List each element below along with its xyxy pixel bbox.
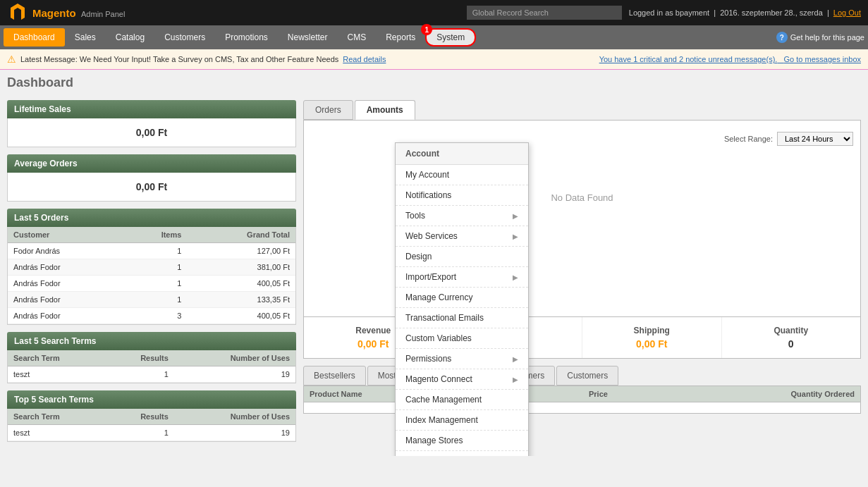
table-row: András Fodor1400,05 Ft <box>8 276 295 292</box>
nav-promotions[interactable]: Promotions <box>215 28 278 47</box>
order-total: 400,05 Ft <box>187 308 295 324</box>
lifetime-sales-section: Lifetime Sales 0,00 Ft <box>7 100 296 147</box>
nav-sales[interactable]: Sales <box>65 28 106 47</box>
bottom-table: Product Name Price Quantity Ordered <box>304 386 860 402</box>
logged-in-info: Logged in as bpayment | 2016. szeptember… <box>629 8 861 17</box>
messages-inbox-link[interactable]: You have 1 critical and 2 notice unread … <box>599 55 861 63</box>
read-details-link[interactable]: Read details <box>343 55 386 63</box>
main-content: Lifetime Sales 0,00 Ft Average Orders 0,… <box>0 93 868 456</box>
nav-customers[interactable]: Customers <box>154 28 215 47</box>
menu-import-export[interactable]: Import/Export ▶ <box>396 267 528 288</box>
shipping-label: Shipping <box>594 326 710 335</box>
global-search-input[interactable] <box>467 6 622 20</box>
svg-marker-0 <box>11 4 25 20</box>
logout-link[interactable]: Log Out <box>833 8 861 17</box>
order-customer: András Fodor <box>8 276 124 292</box>
top-bar: Magento Admin Panel Logged in as bpaymen… <box>0 0 868 25</box>
menu-tools[interactable]: Tools ▶ <box>396 206 528 226</box>
select-range-label: Select Range: <box>724 135 773 143</box>
table-row: András Fodor1133,35 Ft <box>8 292 295 308</box>
col-total: Grand Total <box>187 227 295 243</box>
manage-stores-label: Manage Stores <box>405 436 463 445</box>
notice-icon: ⚠ <box>7 54 16 65</box>
order-customer: Fodor András <box>8 243 124 259</box>
menu-my-account[interactable]: My Account <box>396 165 528 185</box>
table-row: András Fodor1381,00 Ft <box>8 259 295 276</box>
notice-bar: ⚠ Latest Message: We Need Your Input! Ta… <box>0 49 868 70</box>
table-row: András Fodor3400,05 Ft <box>8 308 295 324</box>
last-5-search-header: Last 5 Search Terms <box>7 332 296 350</box>
tools-label: Tools <box>405 211 425 221</box>
order-items: 3 <box>124 308 187 324</box>
top-5-search-body: Search Term Results Number of Uses teszt… <box>7 409 296 442</box>
system-label: System <box>436 32 465 42</box>
get-help-label: Get help for this page <box>790 33 864 42</box>
import-export-label: Import/Export <box>405 272 456 282</box>
menu-permissions[interactable]: Permissions ▶ <box>396 349 528 369</box>
menu-custom-variables[interactable]: Custom Variables <box>396 328 528 349</box>
manage-currency-label: Manage Currency <box>405 292 472 302</box>
nav-system[interactable]: 1 System <box>425 28 476 47</box>
order-items: 1 <box>124 259 187 276</box>
top-5-search-section: Top 5 Search Terms Search Term Results N… <box>7 390 296 442</box>
menu-design[interactable]: Design <box>396 247 528 267</box>
menu-order-statuses[interactable]: Order Statuses <box>396 451 528 456</box>
menu-manage-currency[interactable]: Manage Currency <box>396 288 528 308</box>
help-icon: ? <box>776 32 788 43</box>
permissions-label: Permissions <box>405 354 451 364</box>
search-uses: 19 <box>174 366 295 383</box>
step1-badge: 1 <box>421 24 432 35</box>
menu-web-services[interactable]: Web Services ▶ <box>396 226 528 247</box>
stats-row: Revenue 0,00 Ft Tax 0,00 Ft Shipping 0,0… <box>303 317 861 359</box>
magento-connect-arrow: ▶ <box>513 376 518 383</box>
average-orders-value: 0,00 Ft <box>7 173 296 202</box>
tab-bestsellers[interactable]: Bestsellers <box>303 366 366 386</box>
last-5-orders-table: Customer Items Grand Total Fodor András1… <box>8 227 295 324</box>
nav-reports[interactable]: Reports <box>376 28 425 47</box>
top-5-search-table: Search Term Results Number of Uses teszt… <box>8 409 295 441</box>
menu-transactional-emails[interactable]: Transactional Emails <box>396 308 528 328</box>
col-customer: Customer <box>8 227 124 243</box>
average-orders-section: Average Orders 0,00 Ft <box>7 154 296 202</box>
tools-arrow: ▶ <box>513 212 518 220</box>
nav-cms[interactable]: CMS <box>338 28 377 47</box>
account-section-header: Account <box>396 143 528 165</box>
tab-amounts[interactable]: Amounts <box>355 100 415 120</box>
menu-notifications[interactable]: Notifications <box>396 185 528 206</box>
order-customer: András Fodor <box>8 259 124 276</box>
nav-newsletter[interactable]: Newsletter <box>278 28 338 47</box>
col-items: Items <box>124 227 187 243</box>
search-results: 1 <box>106 366 174 383</box>
tab-orders[interactable]: Orders <box>303 100 353 120</box>
index-management-label: Index Management <box>405 415 478 425</box>
design-label: Design <box>405 252 432 261</box>
top-search-results: 1 <box>106 425 174 441</box>
tab-customers[interactable]: Customers <box>556 366 618 386</box>
goto-messages-link[interactable]: Go to messages inbox <box>784 55 861 63</box>
menu-index-management[interactable]: Index Management <box>396 410 528 431</box>
nav-dashboard[interactable]: Dashboard <box>4 28 65 47</box>
last-5-search-table: Search Term Results Number of Uses teszt… <box>8 350 295 383</box>
notifications-label: Notifications <box>405 190 451 200</box>
chart-controls: Select Range: Last 24 Hours Last 7 Days … <box>311 128 853 150</box>
menu-manage-stores[interactable]: Manage Stores <box>396 431 528 451</box>
bottom-tabs-bar: Bestsellers Most Viewed Products New Cus… <box>303 366 861 386</box>
nav-catalog[interactable]: Catalog <box>106 28 154 47</box>
right-panel: Orders Amounts Select Range: Last 24 Hou… <box>303 100 861 449</box>
system-dropdown-menu: Account My Account Notifications Tools ▶… <box>395 142 529 456</box>
chart-area: Select Range: Last 24 Hours Last 7 Days … <box>303 120 861 317</box>
menu-cache-management[interactable]: Cache Management <box>396 390 528 410</box>
menu-magento-connect[interactable]: Magento Connect ▶ <box>396 369 528 390</box>
col-results: Results <box>106 350 174 366</box>
app-title: Magento Admin Panel <box>32 7 125 19</box>
order-total: 400,05 Ft <box>187 276 295 292</box>
web-services-label: Web Services <box>405 231 458 241</box>
order-total: 127,00 Ft <box>187 243 295 259</box>
left-panel: Lifetime Sales 0,00 Ft Average Orders 0,… <box>7 100 296 449</box>
average-orders-header: Average Orders <box>7 154 296 173</box>
col-qty-ordered: Quantity Ordered <box>613 386 860 402</box>
top-search-uses: 19 <box>174 425 295 441</box>
get-help[interactable]: ? Get help for this page <box>776 32 864 43</box>
top-right-area: Logged in as bpayment | 2016. szeptember… <box>467 6 861 20</box>
range-select[interactable]: Last 24 Hours Last 7 Days Last 30 Days L… <box>777 132 853 146</box>
